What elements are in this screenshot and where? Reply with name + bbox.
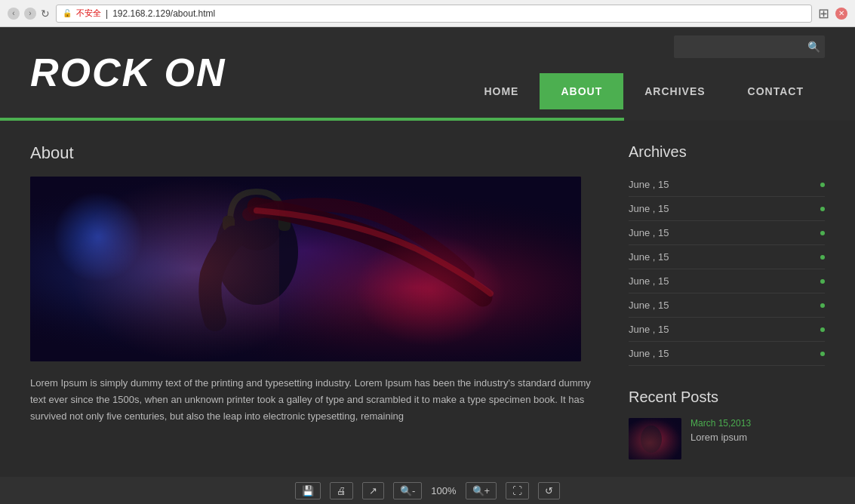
page-toolbar: 💾 🖨 ↗ 🔍- 100% 🔍+ ⛶ ↺ <box>0 477 855 504</box>
toolbar-print-btn[interactable]: 🖨 <box>330 482 353 499</box>
browser-chrome: ‹ › ↻ 🔓 不安全 | 192.168.2.129/about.html ⊞… <box>0 0 855 27</box>
nav-item-about[interactable]: ABOUT <box>540 73 623 109</box>
address-text: 192.168.2.129/about.html <box>112 8 215 19</box>
rotate-icon: ↺ <box>545 485 553 496</box>
save-icon: 💾 <box>302 485 314 496</box>
browser-extension-icon[interactable]: ⊞ <box>818 5 829 22</box>
header-right: 🔍 HOME ABOUT ARCHIVES CONTACT <box>463 35 825 109</box>
main-column: About <box>30 143 606 425</box>
archive-dot-icon <box>820 303 825 308</box>
recent-post-date[interactable]: March 15,2013 <box>690 418 825 429</box>
thumb-overlay <box>629 418 681 459</box>
about-image <box>30 177 581 361</box>
nav-item-home[interactable]: HOME <box>463 73 540 109</box>
archive-dot-icon <box>820 279 825 284</box>
archive-dot-icon <box>820 327 825 332</box>
figure-overlay <box>68 177 279 361</box>
zoom-out-icon: 🔍- <box>400 485 415 496</box>
recent-posts-title: Recent Posts <box>629 389 825 406</box>
archive-label: June , 15 <box>629 300 669 311</box>
list-item[interactable]: June , 15 <box>629 318 825 342</box>
about-text: Lorem Ipsum is simply dummy text of the … <box>30 375 606 425</box>
list-item[interactable]: June , 15 <box>629 197 825 221</box>
browser-forward-btn[interactable]: › <box>24 8 36 20</box>
nav-item-contact[interactable]: CONTACT <box>727 73 825 109</box>
archive-dot-icon <box>820 183 825 187</box>
share-icon: ↗ <box>369 485 377 496</box>
toolbar-share-btn[interactable]: ↗ <box>362 482 384 499</box>
search-icon-btn[interactable]: 🔍 <box>807 41 820 53</box>
recent-post-text: Lorem ipsum <box>690 432 825 443</box>
toolbar-zoom-out-btn[interactable]: 🔍- <box>393 482 422 499</box>
archive-list: June , 15 June , 15 June , 15 June , 15 … <box>629 173 825 366</box>
about-title: About <box>30 143 606 163</box>
recent-posts-section: Recent Posts Ma <box>629 389 825 459</box>
main-content: About <box>0 121 855 504</box>
about-image-inner <box>30 177 581 361</box>
list-item[interactable]: June , 15 <box>629 342 825 366</box>
browser-close-btn[interactable]: ✕ <box>835 8 847 20</box>
archive-dot-icon <box>820 352 825 356</box>
nav-item-archives[interactable]: ARCHIVES <box>623 73 726 109</box>
list-item[interactable]: June , 15 <box>629 245 825 269</box>
archive-label: June , 15 <box>629 275 669 287</box>
archives-section: Archives June , 15 June , 15 June , 15 J… <box>629 143 825 366</box>
address-bar[interactable]: 🔓 不安全 | 192.168.2.129/about.html <box>56 5 812 23</box>
toolbar-fullscreen-btn[interactable]: ⛶ <box>506 482 529 499</box>
archive-dot-icon <box>820 207 825 211</box>
archive-label: June , 15 <box>629 203 669 214</box>
recent-post-info: March 15,2013 Lorem ipsum <box>690 418 825 443</box>
toolbar-rotate-btn[interactable]: ↺ <box>538 482 560 499</box>
recent-post-item: March 15,2013 Lorem ipsum <box>629 418 825 459</box>
site-logo[interactable]: ROCK ON <box>30 50 226 95</box>
toolbar-zoom-in-btn[interactable]: 🔍+ <box>466 482 497 499</box>
list-item[interactable]: June , 15 <box>629 173 825 197</box>
archive-label: June , 15 <box>629 348 669 359</box>
fullscreen-icon: ⛶ <box>512 485 522 496</box>
toolbar-save-btn[interactable]: 💾 <box>295 482 321 499</box>
search-wrapper: 🔍 <box>674 35 825 58</box>
archive-dot-icon <box>820 255 825 260</box>
archive-label: June , 15 <box>629 251 669 263</box>
search-input[interactable] <box>674 35 825 58</box>
lock-icon: 🔓 <box>63 9 72 17</box>
archive-dot-icon <box>820 231 825 235</box>
zoom-level-display: 100% <box>431 485 456 496</box>
archive-label: June , 15 <box>629 324 669 335</box>
archive-label: June , 15 <box>629 227 669 238</box>
list-item[interactable]: June , 15 <box>629 293 825 318</box>
browser-back-btn[interactable]: ‹ <box>8 8 20 20</box>
address-separator: | <box>106 8 108 19</box>
sidebar: Archives June , 15 June , 15 June , 15 J… <box>629 143 825 482</box>
archives-title: Archives <box>629 143 825 161</box>
list-item[interactable]: June , 15 <box>629 221 825 245</box>
browser-reload-btn[interactable]: ↻ <box>41 8 50 20</box>
print-icon: 🖨 <box>337 485 346 496</box>
nav-menu: HOME ABOUT ARCHIVES CONTACT <box>463 73 825 109</box>
insecure-label: 不安全 <box>76 8 101 19</box>
archive-label: June , 15 <box>629 179 669 190</box>
list-item[interactable]: June , 15 <box>629 269 825 293</box>
red-light-effect <box>355 233 506 346</box>
zoom-in-icon: 🔍+ <box>472 485 491 496</box>
site-header: ROCK ON 🔍 HOME ABOUT ARCHIVES CONTACT <box>0 27 855 118</box>
recent-post-thumbnail <box>629 418 681 459</box>
browser-controls: ‹ › ↻ <box>8 8 50 20</box>
